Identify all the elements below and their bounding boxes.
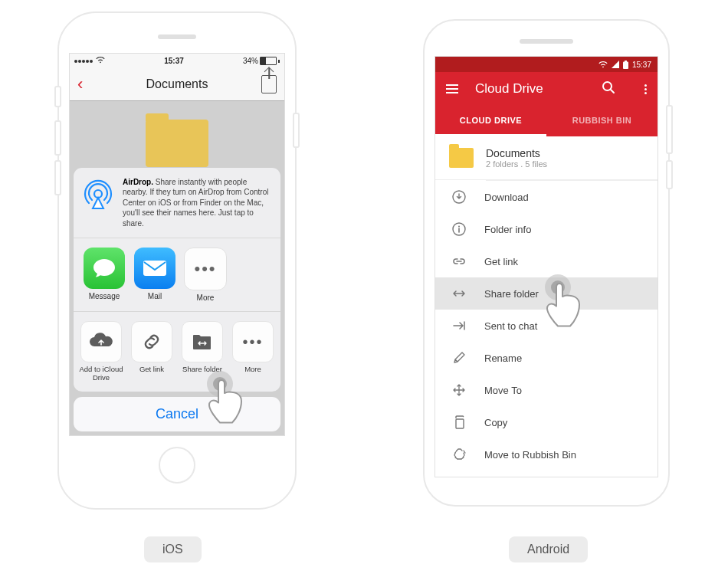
- share-folder-icon: [452, 287, 466, 300]
- android-status-bar: 15:37: [435, 57, 657, 72]
- battery-icon: [260, 57, 277, 65]
- edit-icon: [452, 351, 466, 365]
- signal-icon: [612, 61, 619, 68]
- airdrop-icon: [81, 177, 115, 211]
- back-button[interactable]: ‹: [77, 74, 83, 94]
- ios-label: iOS: [144, 536, 202, 562]
- folder-icon: [146, 120, 208, 167]
- tab-bar: CLOUD DRIVE RUBBISH BIN: [435, 106, 657, 136]
- link-icon: [131, 321, 172, 362]
- home-button[interactable]: [159, 447, 195, 484]
- android-toolbar: Cloud Drive: [435, 72, 657, 106]
- wifi-icon: [598, 61, 608, 68]
- link-icon: [452, 254, 466, 268]
- icloud-icon: [80, 321, 122, 362]
- share-folder-icon: [182, 321, 223, 362]
- android-label: Android: [509, 536, 588, 562]
- more-icon: •••: [184, 248, 227, 290]
- moveto-item[interactable]: Move To: [435, 374, 657, 406]
- android-phone-mockup: 15:37 Cloud Drive CLOUD DRIVE RUBBISH BI…: [423, 19, 670, 507]
- toolbar-title: Cloud Drive: [475, 81, 585, 97]
- mail-icon: [134, 248, 175, 289]
- tab-cloud-drive[interactable]: CLOUD DRIVE: [435, 106, 546, 136]
- folder-subtitle: 2 folders . 5 files: [486, 159, 547, 169]
- rubbish-item[interactable]: Move to Rubbish Bin: [435, 438, 657, 471]
- rename-item[interactable]: Rename: [435, 342, 657, 374]
- airdrop-row[interactable]: AirDrop. Share instantly with people nea…: [74, 168, 280, 239]
- icloud-drive-action[interactable]: Add to iCloud Drive: [77, 321, 126, 382]
- copy-item[interactable]: Copy: [435, 406, 657, 438]
- folder-header: Documents 2 folders . 5 files: [435, 136, 657, 180]
- folder-icon: [449, 148, 474, 168]
- share-button[interactable]: [261, 75, 277, 93]
- overflow-button[interactable]: [644, 84, 647, 94]
- svg-rect-4: [623, 61, 628, 69]
- tab-rubbish-bin[interactable]: RUBBISH BIN: [546, 106, 657, 136]
- svg-rect-1: [143, 261, 166, 276]
- recycle-icon: [452, 448, 466, 461]
- signal-dots-icon: [74, 60, 93, 63]
- airdrop-text: AirDrop. Share instantly with people nea…: [123, 177, 273, 229]
- more-apps[interactable]: ••• More: [181, 248, 230, 302]
- folderinfo-item[interactable]: Folder info: [435, 213, 657, 245]
- svg-point-9: [458, 226, 460, 228]
- copy-icon: [452, 415, 466, 429]
- more-actions[interactable]: ••• More: [228, 321, 277, 382]
- search-button[interactable]: [602, 80, 615, 97]
- download-item[interactable]: Download: [435, 181, 657, 213]
- getlink-item[interactable]: Get link: [435, 245, 657, 277]
- sharefolder-action[interactable]: Share folder: [178, 321, 227, 382]
- folder-name: Documents: [486, 147, 547, 159]
- svg-rect-5: [625, 61, 627, 62]
- svg-rect-10: [456, 419, 464, 428]
- battery-icon: [623, 61, 628, 69]
- ios-nav-bar: ‹ Documents: [70, 68, 284, 101]
- menu-button[interactable]: [446, 84, 458, 93]
- move-icon: [452, 383, 466, 397]
- mail-app[interactable]: Mail: [130, 248, 179, 302]
- more-icon: •••: [232, 321, 274, 362]
- share-sheet: AirDrop. Share instantly with people nea…: [74, 168, 280, 431]
- message-icon: [84, 248, 125, 289]
- sentto-item[interactable]: Sent to chat: [435, 310, 657, 342]
- getlink-action[interactable]: Get link: [127, 321, 176, 382]
- info-icon: [452, 222, 466, 236]
- status-time: 15:37: [164, 57, 184, 65]
- battery-percent: 34%: [243, 57, 258, 65]
- download-icon: [452, 190, 466, 204]
- ios-status-bar: 15:37 34%: [70, 54, 284, 68]
- cancel-button[interactable]: Cancel: [74, 397, 280, 431]
- status-time: 15:37: [632, 61, 651, 69]
- message-app[interactable]: Message: [80, 248, 129, 302]
- ios-phone-mockup: 15:37 34% ‹ Documents: [57, 11, 297, 510]
- wifi-icon: [96, 57, 105, 65]
- nav-title: Documents: [70, 77, 284, 91]
- send-icon: [452, 319, 466, 333]
- sharefolder-item[interactable]: Share folder: [435, 277, 657, 310]
